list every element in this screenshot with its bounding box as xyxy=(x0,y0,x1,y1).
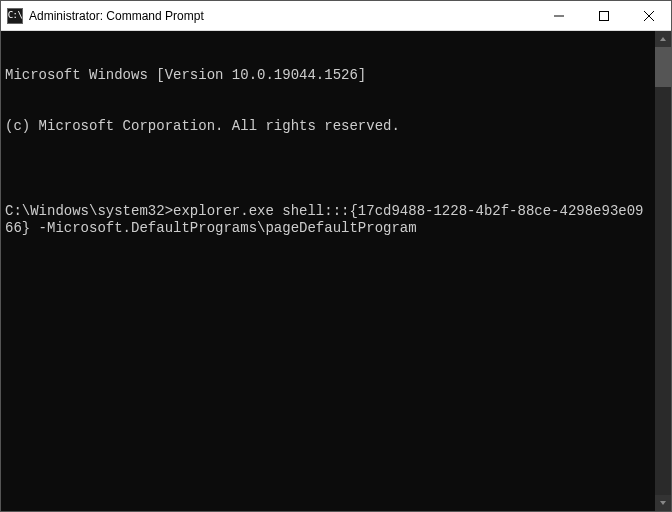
vertical-scrollbar[interactable] xyxy=(655,31,671,511)
titlebar[interactable]: C:\ Administrator: Command Prompt xyxy=(1,1,671,31)
scroll-down-arrow-icon[interactable] xyxy=(655,495,671,511)
svg-marker-5 xyxy=(660,501,666,505)
close-button[interactable] xyxy=(626,1,671,31)
command-prompt-window: C:\ Administrator: Command Prompt Micros… xyxy=(0,0,672,512)
minimize-button[interactable] xyxy=(536,1,581,31)
terminal-line: (c) Microsoft Corporation. All rights re… xyxy=(5,118,651,135)
cmd-icon: C:\ xyxy=(7,8,23,24)
client-area: Microsoft Windows [Version 10.0.19044.15… xyxy=(1,31,671,511)
window-title: Administrator: Command Prompt xyxy=(29,9,204,23)
maximize-button[interactable] xyxy=(581,1,626,31)
terminal-line: Microsoft Windows [Version 10.0.19044.15… xyxy=(5,67,651,84)
terminal-output[interactable]: Microsoft Windows [Version 10.0.19044.15… xyxy=(1,31,655,511)
svg-marker-4 xyxy=(660,37,666,41)
scrollbar-thumb[interactable] xyxy=(655,47,671,87)
svg-rect-1 xyxy=(599,11,608,20)
terminal-line: C:\Windows\system32>explorer.exe shell::… xyxy=(5,203,651,237)
scroll-up-arrow-icon[interactable] xyxy=(655,31,671,47)
